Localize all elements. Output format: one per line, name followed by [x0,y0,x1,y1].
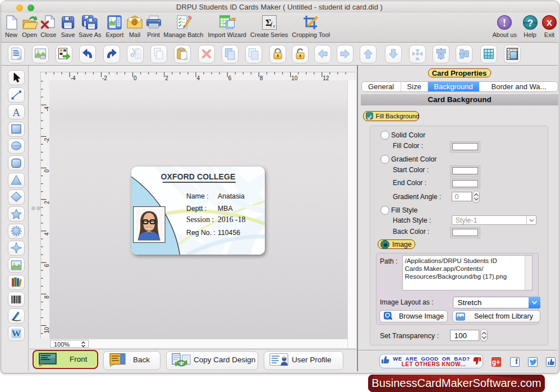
svg-text:!: ! [503,17,506,29]
svg-text:X: X [547,18,552,27]
svg-text:A: A [12,107,20,118]
svg-text:@: @ [132,19,137,25]
svg-text:?: ? [527,18,533,29]
svg-text:W: W [12,328,21,339]
svg-text:x: x [272,24,275,29]
